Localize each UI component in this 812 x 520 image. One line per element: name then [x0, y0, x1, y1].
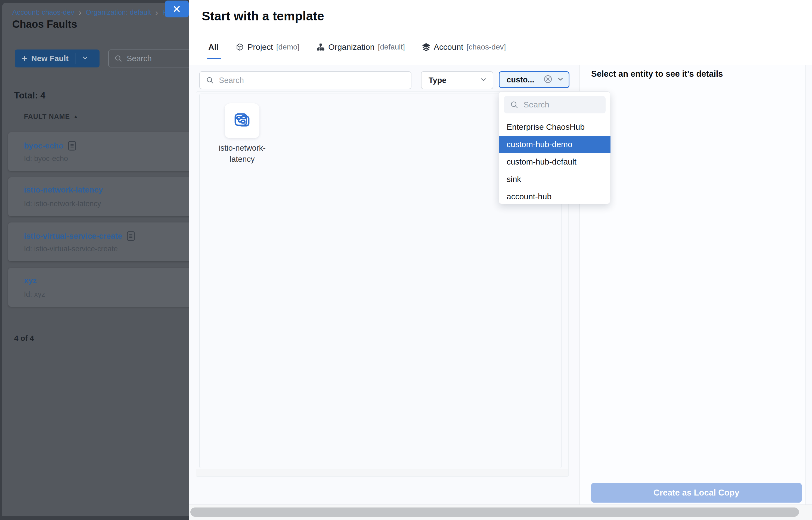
horizontal-scrollbar-track[interactable]	[189, 505, 812, 520]
tab-label: All	[208, 43, 219, 52]
right-scroll-divider	[806, 65, 806, 504]
breadcrumb-separator-icon: ›	[79, 9, 81, 16]
hub-filter-dropdown[interactable]: custo...	[499, 71, 570, 88]
fault-id: Id: istio-virtual-service-create	[24, 245, 118, 253]
fault-id: Id: byoc-echo	[24, 154, 68, 163]
fault-id: Id: istio-network-latency	[24, 200, 101, 208]
create-as-local-copy-button[interactable]: Create as Local Copy	[591, 483, 802, 502]
close-icon	[173, 5, 181, 13]
template-search-box	[199, 71, 412, 89]
organization-icon	[316, 43, 325, 51]
fault-row-istio-network-latency[interactable]: istio-network-latency Id: istio-network-…	[8, 177, 189, 216]
tab-scope: [demo]	[276, 43, 300, 51]
details-panel: Select an entity to see it's details Cre…	[580, 65, 806, 504]
start-with-template-modal: Start with a template All Project [demo]…	[189, 0, 812, 504]
new-fault-button[interactable]: + New Fault	[15, 50, 100, 68]
page-frame: Account: chaos-dev › Organization: defau…	[0, 0, 189, 520]
fault-name-link[interactable]: istio-network-latency	[24, 185, 103, 194]
fault-row-byoc-echo[interactable]: byoc-echo Id: byoc-echo	[8, 132, 189, 171]
template-icon	[233, 112, 251, 130]
search-icon	[510, 100, 519, 109]
chevron-down-icon	[557, 75, 564, 84]
tab-all[interactable]: All	[208, 43, 219, 52]
search-icon	[114, 54, 122, 62]
modal-title: Start with a template	[202, 9, 324, 23]
template-card-istio-network-latency[interactable]	[225, 103, 259, 138]
template-card-label[interactable]: istio-network-latency	[213, 142, 271, 165]
new-fault-label: New Fault	[31, 54, 69, 63]
tab-scope: [chaos-dev]	[466, 43, 506, 51]
project-icon	[235, 43, 244, 51]
scope-tabs: All Project [demo] Organization [default…	[208, 43, 506, 52]
clear-icon[interactable]	[543, 74, 553, 85]
manifest-icon[interactable]	[127, 231, 135, 241]
template-browser: Type custo... Enterp	[189, 65, 812, 504]
tab-label: Account	[434, 43, 463, 52]
hub-dropdown-menu: Enterprise ChaosHub custom-hub-demo cust…	[499, 92, 610, 204]
total-count: Total: 4	[14, 90, 46, 101]
page-title: Chaos Faults	[12, 19, 77, 30]
pagination-status: 4 of 4	[14, 334, 34, 343]
breadcrumb-item-account[interactable]: Account: chaos-dev	[12, 8, 74, 17]
tab-project[interactable]: Project [demo]	[235, 43, 299, 52]
hub-option-enterprise-chaoshub[interactable]: Enterprise ChaosHub	[499, 118, 610, 136]
manifest-icon[interactable]	[68, 140, 76, 151]
fault-id: Id: xyz	[24, 290, 45, 298]
breadcrumb: Account: chaos-dev › Organization: defau…	[12, 8, 167, 17]
fault-name-link[interactable]: xyz	[24, 276, 37, 285]
search-icon	[206, 76, 214, 84]
hub-filter-value: custo...	[507, 75, 534, 84]
hub-menu-search-input[interactable]	[523, 100, 600, 109]
modal-close-button[interactable]	[165, 1, 189, 18]
app-root: Account: chaos-dev › Organization: defau…	[0, 0, 812, 520]
active-tab-indicator	[207, 58, 221, 59]
template-search-input[interactable]	[219, 76, 398, 85]
fault-name-link[interactable]: istio-virtual-service-create	[24, 232, 122, 241]
fault-name-column-header[interactable]: FAULT NAME ▲	[24, 112, 79, 121]
hub-option-custom-hub-demo[interactable]: custom-hub-demo	[499, 136, 610, 153]
hub-option-custom-hub-default[interactable]: custom-hub-default	[499, 153, 610, 171]
template-grid-footer-strip	[197, 469, 568, 476]
fault-search-box	[108, 50, 189, 68]
tab-scope: [default]	[378, 43, 405, 51]
hub-menu-search-box	[504, 96, 606, 113]
tab-organization[interactable]: Organization [default]	[316, 43, 405, 52]
type-filter-label: Type	[428, 76, 447, 85]
fault-row-istio-virtual-service-create[interactable]: istio-virtual-service-create Id: istio-v…	[8, 223, 189, 261]
breadcrumb-separator-icon: ›	[155, 9, 158, 16]
fault-row-xyz[interactable]: xyz Id: xyz	[8, 268, 189, 307]
tab-account[interactable]: Account [chaos-dev]	[422, 43, 506, 52]
hub-option-sink[interactable]: sink	[499, 171, 610, 188]
chevron-down-icon	[480, 76, 487, 84]
account-icon	[422, 43, 430, 51]
plus-icon: +	[22, 54, 27, 63]
tab-label: Organization	[328, 43, 374, 52]
tab-label: Project	[247, 43, 273, 52]
button-divider	[76, 53, 76, 63]
hub-option-account-hub[interactable]: account-hub	[499, 188, 610, 205]
chevron-down-icon[interactable]	[82, 54, 89, 62]
horizontal-scrollbar-thumb[interactable]	[190, 508, 799, 517]
breadcrumb-item-organization[interactable]: Organization: default	[86, 8, 151, 17]
chaos-faults-page: Account: chaos-dev › Organization: defau…	[2, 3, 189, 516]
fault-name-link[interactable]: byoc-echo	[24, 141, 63, 150]
column-label: FAULT NAME	[24, 112, 70, 121]
type-filter-dropdown[interactable]: Type	[421, 71, 493, 89]
fault-search-input[interactable]	[127, 54, 189, 63]
details-empty-message: Select an entity to see it's details	[591, 69, 723, 79]
sort-asc-icon[interactable]: ▲	[73, 114, 79, 120]
